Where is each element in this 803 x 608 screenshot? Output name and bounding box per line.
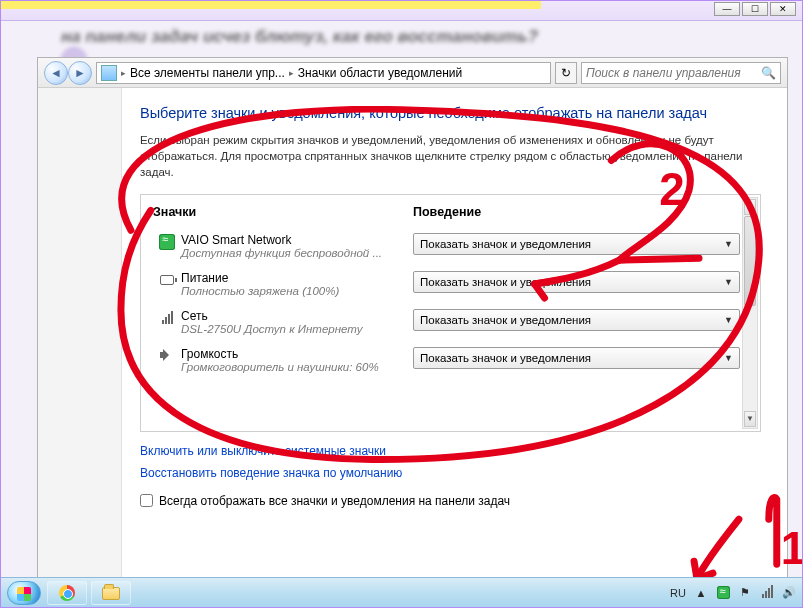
search-icon: 🔍 <box>761 66 776 80</box>
back-button[interactable]: ◄ <box>44 61 68 85</box>
item-name: Громкость <box>181 347 413 361</box>
item-subtitle: Полностью заряжена (100%) <box>181 285 413 297</box>
folder-icon <box>102 587 120 600</box>
behavior-dropdown[interactable]: Показать значок и уведомления▼ <box>413 309 740 331</box>
taskbar-chrome[interactable] <box>47 581 87 605</box>
scroll-up-button[interactable]: ▲ <box>744 199 756 215</box>
list-item: VAIO Smart Network Доступная функция бес… <box>153 225 748 263</box>
close-button[interactable]: ✕ <box>770 2 796 16</box>
breadcrumb[interactable]: ▸ Все элементы панели упр... ▸ Значки об… <box>96 62 551 84</box>
list-item: Громкость Громкоговоритель и наушники: 6… <box>153 339 748 377</box>
column-header-icons: Значки <box>153 205 413 219</box>
tray-action-center-icon[interactable]: ⚑ <box>738 586 752 600</box>
tray-network-icon[interactable] <box>760 586 774 600</box>
always-show-checkbox[interactable] <box>140 494 153 507</box>
page-description: Если выбран режим скрытия значков и увед… <box>140 132 761 180</box>
network-icon <box>162 310 173 324</box>
search-box[interactable]: 🔍 <box>581 62 781 84</box>
start-button[interactable] <box>7 581 41 605</box>
minimize-button[interactable]: — <box>714 2 740 16</box>
tray-volume-icon[interactable]: 🔊 <box>782 586 796 600</box>
breadcrumb-item[interactable]: Значки области уведомлений <box>298 66 462 80</box>
explorer-navbar: ◄ ► ▸ Все элементы панели упр... ▸ Значк… <box>38 58 787 88</box>
maximize-button[interactable]: ☐ <box>742 2 768 16</box>
item-subtitle: DSL-2750U Доступ к Интернету <box>181 323 413 335</box>
link-restore-default[interactable]: Восстановить поведение значка по умолчан… <box>140 466 402 480</box>
browser-tabbar: — ☐ ✕ <box>1 1 802 21</box>
taskbar-explorer[interactable] <box>91 581 131 605</box>
column-header-behavior: Поведение <box>413 205 748 219</box>
item-name: Питание <box>181 271 413 285</box>
tray-vaio-icon[interactable] <box>716 586 730 600</box>
tab-highlight <box>1 1 541 9</box>
taskbar: RU ▲ ⚑ 🔊 <box>1 577 802 607</box>
tray-language[interactable]: RU <box>670 587 686 599</box>
search-input[interactable] <box>586 66 757 80</box>
breadcrumb-item[interactable]: Все элементы панели упр... <box>130 66 285 80</box>
behavior-dropdown[interactable]: Показать значок и уведомления▼ <box>413 347 740 369</box>
tray-chevron-icon[interactable]: ▲ <box>694 586 708 600</box>
chevron-right-icon: ▸ <box>289 68 294 78</box>
item-name: Сеть <box>181 309 413 323</box>
forward-button[interactable]: ► <box>68 61 92 85</box>
vaio-icon <box>159 234 175 250</box>
browser-window: — ☐ ✕ на панели задач исчез блютуз, как … <box>0 0 803 608</box>
control-panel-icon <box>101 65 117 81</box>
behavior-dropdown[interactable]: Показать значок и уведомления▼ <box>413 271 740 293</box>
checkbox-label: Всегда отображать все значки и уведомлен… <box>159 494 510 508</box>
chevron-down-icon: ▼ <box>724 353 733 363</box>
chevron-down-icon: ▼ <box>724 239 733 249</box>
system-tray: RU ▲ ⚑ 🔊 <box>670 586 796 600</box>
chevron-down-icon: ▼ <box>724 315 733 325</box>
item-subtitle: Доступная функция беспроводной ... <box>181 247 413 259</box>
link-toggle-system-icons[interactable]: Включить или выключить системные значки <box>140 444 386 458</box>
scroll-thumb[interactable] <box>744 216 756 306</box>
battery-icon <box>160 275 174 285</box>
item-name: VAIO Smart Network <box>181 233 413 247</box>
chrome-icon <box>59 585 75 601</box>
main-panel: Выберите значки и уведомления, которые н… <box>122 88 787 594</box>
scroll-down-button[interactable]: ▼ <box>744 411 756 427</box>
scrollbar[interactable]: ▲ ▼ <box>742 197 758 429</box>
behavior-dropdown[interactable]: Показать значок и уведомления▼ <box>413 233 740 255</box>
control-panel-window: ◄ ► ▸ Все элементы панели упр... ▸ Значк… <box>37 57 788 595</box>
list-item: Сеть DSL-2750U Доступ к Интернету Показа… <box>153 301 748 339</box>
chevron-right-icon: ▸ <box>121 68 126 78</box>
page-title: Выберите значки и уведомления, которые н… <box>140 104 761 124</box>
item-subtitle: Громкоговоритель и наушники: 60% <box>181 361 413 373</box>
sidebar <box>38 88 122 594</box>
list-item: Питание Полностью заряжена (100%) Показа… <box>153 263 748 301</box>
volume-icon <box>160 348 174 362</box>
refresh-button[interactable]: ↻ <box>555 62 577 84</box>
chevron-down-icon: ▼ <box>724 277 733 287</box>
page-question: на панели задач исчез блютуз, как его во… <box>1 21 802 47</box>
icon-settings-list: Значки Поведение VAIO Smart Network Дост… <box>140 194 761 432</box>
